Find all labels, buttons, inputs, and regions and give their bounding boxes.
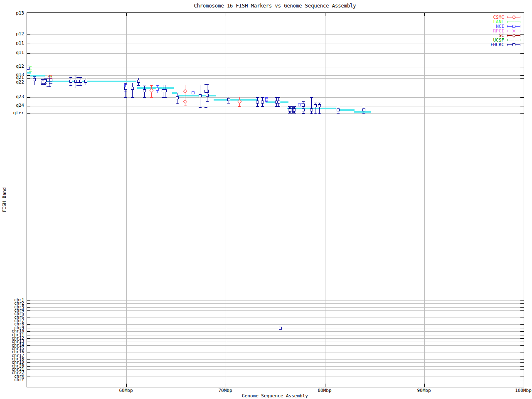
data-point-fhcrc: [279, 327, 282, 330]
gridline-h: [27, 349, 524, 349]
error-bar-cap: [84, 85, 87, 85]
y-tick-right: [520, 331, 524, 332]
error-bar-cap: [74, 88, 77, 88]
error-bar-cap: [84, 78, 87, 78]
y-tick-left: [27, 106, 30, 106]
data-point-fhcrc: [302, 103, 305, 106]
data-point-fhcrc: [261, 101, 264, 103]
y-tick-left: [27, 314, 30, 314]
error-bar-cap: [261, 106, 264, 107]
band-row-label: p11: [0, 41, 24, 45]
y-tick-left: [27, 14, 30, 14]
error-bar-cap: [277, 97, 280, 98]
gridline-h: [27, 369, 524, 370]
error-bar-cap: [131, 97, 134, 98]
legend-cap: [507, 34, 507, 37]
x-tick-label: 90Mbp: [411, 389, 436, 393]
y-tick-left: [27, 331, 30, 332]
error-bar-cap: [33, 85, 36, 85]
legend-row: LANL: [457, 20, 520, 24]
x-tick-bottom: [524, 384, 524, 387]
legend-marker-nci: [512, 25, 515, 28]
error-bar-cap: [76, 77, 79, 78]
error-bar-cap: [27, 66, 30, 66]
y-tick-right: [520, 349, 524, 349]
y-tick-left: [27, 303, 30, 304]
assembly-segment: [214, 99, 257, 101]
band-row-label: q12: [0, 64, 24, 69]
data-point-fhcrc: [362, 108, 365, 111]
error-bar-cap: [362, 113, 365, 114]
error-bar-cap: [302, 113, 305, 114]
error-bar-cap: [164, 97, 167, 98]
y-tick-left: [27, 113, 30, 114]
x-tick-bottom: [226, 384, 226, 387]
data-point-fhcrc: [176, 96, 179, 99]
data-point-csmc: [183, 89, 187, 94]
error-bar-cap: [199, 85, 202, 85]
error-bar-cap: [293, 106, 296, 107]
legend-row: RPCI: [457, 29, 520, 33]
gridline-h: [27, 352, 524, 352]
error-bar-cap: [48, 75, 51, 75]
error-bar-cap: [206, 101, 209, 102]
legend-cap: [507, 30, 507, 32]
legend-row: FHCRC: [457, 42, 520, 47]
y-tick-right: [520, 106, 524, 106]
error-bar-cap: [184, 106, 187, 106]
x-tick-top: [126, 13, 127, 16]
legend-marker-sc: [512, 34, 516, 38]
legend-sample: [507, 20, 520, 24]
band-row-label: p13: [0, 11, 24, 15]
y-tick-left: [27, 318, 30, 318]
y-tick-left: [27, 359, 30, 360]
error-bar-cap: [76, 85, 79, 86]
error-bar-cap: [362, 107, 365, 107]
error-bar-cap: [204, 107, 207, 108]
legend-cap: [507, 21, 507, 23]
legend: CSMCLANLNCIRPCISCUCSFFHCRC: [457, 15, 520, 47]
gridline-h: [27, 14, 524, 14]
error-bar-cap: [337, 113, 340, 114]
y-tick-left: [27, 44, 30, 44]
error-bar-cap: [29, 66, 32, 66]
x-tick-bottom: [126, 384, 127, 387]
chart-title: Chromosome 16 FISH Markers vs Genome Seq…: [27, 3, 523, 9]
gridline-h: [27, 335, 524, 335]
legend-row: NCI: [457, 24, 520, 29]
y-tick-right: [520, 380, 524, 380]
y-tick-left: [27, 310, 30, 311]
legend-marker-csmc: [512, 15, 516, 20]
data-point-fhcrc: [227, 98, 230, 101]
error-bar-cap: [156, 85, 159, 86]
y-tick-right: [520, 44, 524, 44]
y-tick-right: [520, 83, 524, 83]
data-point-fhcrc: [337, 108, 340, 111]
legend-cap: [507, 44, 507, 46]
gridline-h: [27, 83, 524, 83]
x-tick-top: [226, 13, 226, 16]
y-axis-label: FISH Band: [2, 158, 7, 241]
legend-cap: [520, 21, 520, 23]
y-tick-right: [520, 345, 524, 346]
assembly-segment: [339, 109, 355, 111]
legend-cap: [520, 30, 520, 32]
assembly-segment: [137, 87, 174, 89]
gridline-h: [27, 303, 524, 304]
error-bar-cap: [256, 106, 259, 107]
y-tick-left: [27, 366, 30, 367]
y-tick-left: [27, 349, 30, 349]
error-bar-cap: [256, 97, 259, 98]
error-bar-cap: [176, 103, 179, 104]
x-tick-top: [325, 13, 325, 16]
error-bar-cap: [131, 83, 134, 83]
band-row-label: q23: [0, 95, 24, 99]
data-point-fhcrc: [84, 80, 87, 83]
error-bar-cap: [238, 97, 241, 97]
error-bar-cap: [156, 93, 159, 93]
gridline-h: [27, 310, 524, 311]
data-point-fhcrc: [69, 80, 72, 83]
y-tick-left: [27, 345, 30, 346]
data-point-fhcrc: [293, 108, 296, 111]
legend-cap: [520, 34, 520, 37]
